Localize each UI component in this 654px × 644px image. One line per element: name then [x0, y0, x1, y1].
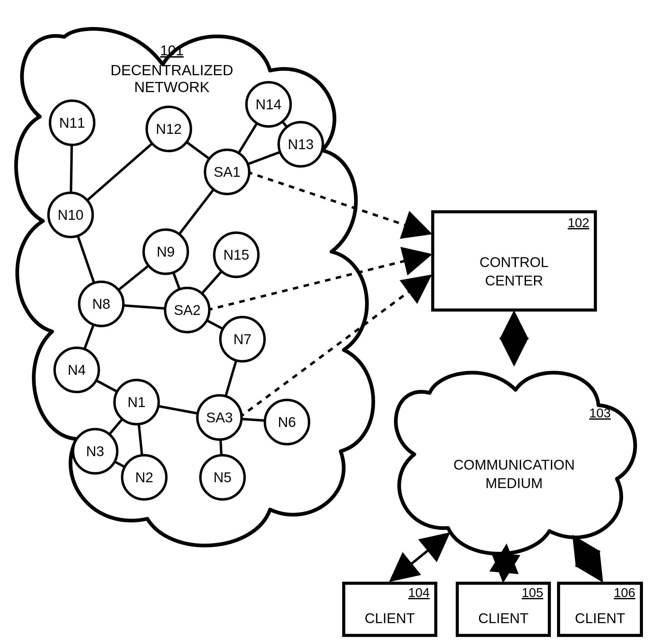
- node-N14-label: N14: [256, 96, 281, 112]
- box-104-num: 104: [408, 585, 430, 600]
- node-N15-label: N15: [224, 247, 249, 263]
- box-102-label1: CONTROL: [480, 254, 549, 270]
- node-N1-label: N1: [128, 394, 146, 410]
- box-106-num: 106: [614, 585, 635, 600]
- node-N4-label: N4: [68, 362, 86, 378]
- node-N14: N14: [247, 82, 290, 127]
- cloud-103-num: 103: [589, 406, 611, 420]
- node-N7: N7: [220, 317, 264, 361]
- cloud-103-label2: MEDIUM: [486, 475, 543, 491]
- box-106-label: CLIENT: [575, 610, 625, 626]
- node-SA3: SA3: [197, 395, 241, 440]
- node-N8: N8: [79, 282, 123, 326]
- cloud-101-title2: NETWORK: [134, 79, 209, 95]
- link-103-106: [574, 537, 602, 580]
- node-N3-label: N3: [86, 443, 104, 459]
- node-SA1-label: SA1: [214, 164, 241, 180]
- node-N5-label: N5: [214, 469, 232, 485]
- cloud-101-num: 101: [160, 42, 184, 58]
- node-N6-label: N6: [278, 414, 296, 430]
- node-N4: N4: [55, 348, 99, 392]
- cloud-101-title1: DECENTRALIZED: [111, 62, 233, 78]
- box-105-label: CLIENT: [478, 610, 529, 626]
- node-N7-label: N7: [234, 331, 252, 347]
- node-SA1: SA1: [205, 150, 249, 194]
- node-N6: N6: [265, 400, 309, 444]
- node-N12: N12: [147, 107, 191, 151]
- node-N2-label: N2: [135, 469, 154, 485]
- node-N13: N13: [279, 122, 323, 166]
- node-N3: N3: [73, 429, 117, 473]
- box-102-label2: CENTER: [485, 273, 543, 289]
- node-N1: N1: [115, 380, 159, 424]
- node-N13-label: N13: [288, 136, 314, 152]
- node-SA2-label: SA2: [174, 302, 201, 318]
- box-105-num: 105: [522, 585, 543, 600]
- link-103-104: [391, 534, 448, 580]
- node-N5: N5: [201, 455, 244, 500]
- node-N12-label: N12: [156, 121, 182, 137]
- node-N10-label: N10: [58, 207, 84, 223]
- node-SA2: SA2: [165, 288, 209, 332]
- box-104-label: CLIENT: [365, 610, 415, 626]
- node-N15: N15: [214, 233, 258, 277]
- node-N2: N2: [122, 455, 166, 500]
- node-N8-label: N8: [92, 296, 111, 312]
- cloud-103-label1: COMMUNICATION: [453, 457, 575, 473]
- node-N9: N9: [144, 230, 188, 274]
- box-102-num: 102: [568, 215, 589, 230]
- node-N11: N11: [50, 101, 94, 145]
- node-SA3-label: SA3: [206, 410, 233, 426]
- node-N11-label: N11: [59, 115, 85, 131]
- node-N9-label: N9: [157, 244, 175, 260]
- node-N10: N10: [48, 193, 93, 237]
